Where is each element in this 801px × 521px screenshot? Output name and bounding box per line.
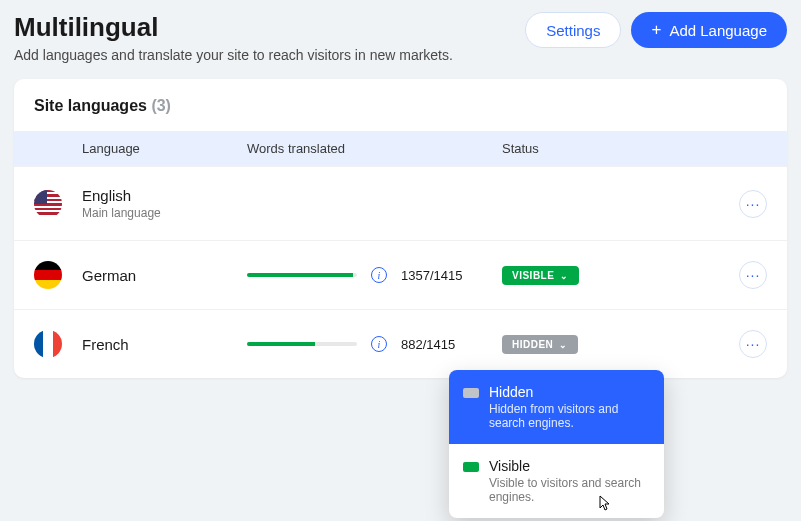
status-dropdown-menu: Hidden Hidden from visitors and search e… bbox=[449, 370, 664, 518]
chevron-down-icon: ⌄ bbox=[560, 271, 569, 281]
words-translated-value: 1357/1415 bbox=[401, 268, 462, 283]
status-swatch-icon bbox=[463, 388, 479, 398]
more-actions-button[interactable]: ··· bbox=[739, 261, 767, 289]
flag-icon bbox=[34, 330, 62, 358]
site-languages-card: Site languages (3) Language Words transl… bbox=[14, 79, 787, 378]
info-icon[interactable]: i bbox=[371, 336, 387, 352]
status-dropdown[interactable]: HIDDEN ⌄ bbox=[502, 335, 578, 354]
col-language: Language bbox=[82, 141, 247, 156]
dropdown-option-title: Visible bbox=[489, 458, 650, 474]
col-words-translated: Words translated bbox=[247, 141, 502, 156]
more-actions-button[interactable]: ··· bbox=[739, 190, 767, 218]
status-dropdown[interactable]: VISIBLE ⌄ bbox=[502, 266, 579, 285]
dropdown-option-desc: Hidden from visitors and search engines. bbox=[489, 402, 650, 430]
plus-icon: + bbox=[651, 20, 661, 40]
dropdown-option-title: Hidden bbox=[489, 384, 650, 400]
page-title: Multilingual bbox=[14, 12, 453, 43]
flag-icon bbox=[34, 190, 62, 218]
settings-button[interactable]: Settings bbox=[525, 12, 621, 48]
chevron-down-icon: ⌄ bbox=[559, 340, 568, 350]
card-count: (3) bbox=[151, 97, 171, 114]
card-title: Site languages bbox=[34, 97, 147, 114]
dropdown-option-desc: Visible to visitors and search engines. bbox=[489, 476, 650, 504]
language-name: English bbox=[82, 187, 247, 204]
words-translated-value: 882/1415 bbox=[401, 337, 455, 352]
progress-bar bbox=[247, 273, 357, 277]
page-subtitle: Add languages and translate your site to… bbox=[14, 47, 453, 63]
add-language-label: Add Language bbox=[669, 22, 767, 39]
status-label: HIDDEN bbox=[512, 339, 553, 350]
flag-icon bbox=[34, 261, 62, 289]
more-actions-button[interactable]: ··· bbox=[739, 330, 767, 358]
dropdown-option-hidden[interactable]: Hidden Hidden from visitors and search e… bbox=[449, 370, 664, 444]
table-row: German i 1357/1415 VISIBLE ⌄ ··· bbox=[14, 240, 787, 309]
table-header: Language Words translated Status bbox=[14, 131, 787, 166]
table-row: French i 882/1415 HIDDEN ⌄ ··· bbox=[14, 309, 787, 378]
status-label: VISIBLE bbox=[512, 270, 554, 281]
info-icon[interactable]: i bbox=[371, 267, 387, 283]
status-swatch-icon bbox=[463, 462, 479, 472]
dropdown-option-visible[interactable]: Visible Visible to visitors and search e… bbox=[449, 444, 664, 518]
table-row: English Main language ··· bbox=[14, 166, 787, 240]
language-subtitle: Main language bbox=[82, 206, 247, 220]
language-name: French bbox=[82, 336, 247, 353]
progress-bar bbox=[247, 342, 357, 346]
add-language-button[interactable]: + Add Language bbox=[631, 12, 787, 48]
language-name: German bbox=[82, 267, 247, 284]
col-status: Status bbox=[502, 141, 727, 156]
